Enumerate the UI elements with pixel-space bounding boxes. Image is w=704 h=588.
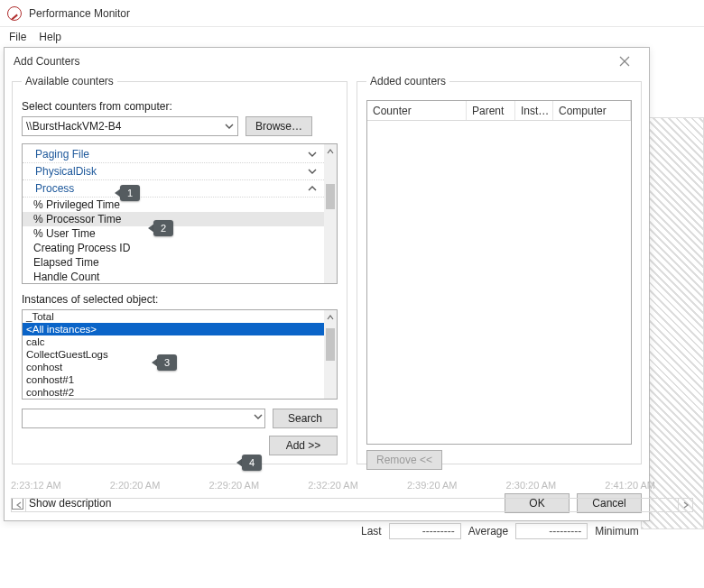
counter-item[interactable]: Handle Count <box>23 270 324 283</box>
add-counters-dialog: Add Counters Available counters Select c… <box>4 47 650 521</box>
category-process[interactable]: Process <box>23 180 324 198</box>
grid-header-counter[interactable]: Counter <box>367 101 467 120</box>
bg-time: 2:20:20 AM <box>110 480 209 491</box>
category-pagingfile[interactable]: Paging File <box>23 146 324 163</box>
counter-item[interactable]: % Privileged Time <box>23 198 324 212</box>
chevron-up-icon <box>308 184 317 193</box>
dialog-title: Add Counters <box>14 55 79 68</box>
title-bar: Performance Monitor <box>0 0 704 27</box>
grid-header-computer[interactable]: Computer <box>553 101 631 120</box>
stat-average-label: Average <box>468 525 508 537</box>
chevron-down-icon <box>308 167 317 176</box>
bg-horizontal-scrollbar[interactable] <box>11 498 693 512</box>
app-icon <box>7 6 22 21</box>
available-counters-panel: Available counters Select counters from … <box>12 75 347 513</box>
computer-combo-value: \\BurstHackVM2-B4 <box>26 120 121 133</box>
bg-time: 2:32:20 AM <box>308 480 407 491</box>
counter-item[interactable]: % User Time <box>23 226 324 241</box>
instance-item[interactable]: conhost#2 <box>23 386 324 399</box>
grid-header-parent[interactable]: Parent <box>467 101 515 120</box>
annotation-step-4: 4 <box>242 455 262 471</box>
available-counters-legend: Available counters <box>22 75 117 87</box>
bg-time: 2:30:20 AM <box>506 480 606 491</box>
counter-item[interactable]: % Processor Time <box>23 212 324 226</box>
chevron-down-icon <box>254 412 263 421</box>
instances-label: Instances of selected object: <box>22 293 338 306</box>
instances-list[interactable]: _Total <All instances> calc CollectGuest… <box>22 309 338 400</box>
close-icon <box>619 56 630 67</box>
scroll-up-icon[interactable] <box>324 310 337 325</box>
instance-item[interactable]: conhost#1 <box>23 373 324 386</box>
computer-combo[interactable]: \\BurstHackVM2-B4 <box>22 116 238 136</box>
annotation-step-1: 1 <box>120 185 140 201</box>
stat-average-value: --------- <box>515 523 588 539</box>
search-button[interactable]: Search <box>273 409 338 428</box>
category-physicaldisk[interactable]: PhysicalDisk <box>23 163 324 180</box>
annotation-step-2: 2 <box>153 220 173 236</box>
instance-item[interactable]: _Total <box>23 310 324 323</box>
instance-search-combo[interactable] <box>22 409 265 428</box>
select-computer-label: Select counters from computer: <box>22 100 338 113</box>
menu-bar: File Help <box>0 27 704 47</box>
scroll-right-icon[interactable] <box>678 499 692 511</box>
stat-last-label: Last <box>361 525 382 537</box>
scroll-up-icon[interactable] <box>324 144 337 159</box>
scrollbar[interactable] <box>324 144 337 283</box>
category-label: Process <box>35 182 74 195</box>
stat-minimum-label: Minimum <box>595 525 639 537</box>
category-label: Paging File <box>35 148 89 161</box>
bg-time: 2:39:20 AM <box>407 480 506 491</box>
annotation-step-3: 3 <box>157 354 177 371</box>
menu-file[interactable]: File <box>9 31 26 43</box>
chevron-down-icon <box>225 122 234 131</box>
app-title: Performance Monitor <box>29 7 130 20</box>
added-counters-panel: Added counters Counter Parent Inst… Comp… <box>357 75 642 513</box>
instance-item[interactable]: calc <box>23 335 324 348</box>
bg-time: 2:29:20 AM <box>208 480 308 491</box>
counter-item[interactable]: Elapsed Time <box>23 255 324 270</box>
scroll-thumb[interactable] <box>326 184 335 209</box>
dialog-title-bar: Add Counters <box>5 48 649 75</box>
scrollbar[interactable] <box>324 310 337 399</box>
instance-item-all[interactable]: <All instances> <box>23 323 324 335</box>
category-label: PhysicalDisk <box>35 165 97 178</box>
chart-area-fragment <box>641 117 704 529</box>
bg-time: 2:41:20 AM <box>605 480 704 491</box>
bg-chart-times: 2:23:12 AM 2:20:20 AM 2:29:20 AM 2:32:20… <box>11 480 704 491</box>
add-button[interactable]: Add >> <box>269 436 338 455</box>
main-background: Add Counters Available counters Select c… <box>0 47 704 588</box>
grid-body-empty <box>367 121 631 444</box>
bg-stats-row: Last --------- Average --------- Minimum <box>361 523 704 539</box>
remove-button[interactable]: Remove << <box>366 450 442 470</box>
stat-last-value: --------- <box>389 523 461 539</box>
browse-button[interactable]: Browse… <box>245 116 312 136</box>
menu-help[interactable]: Help <box>39 31 61 43</box>
added-counters-grid: Counter Parent Inst… Computer <box>366 100 632 445</box>
grid-header-instance[interactable]: Inst… <box>515 101 553 120</box>
counter-categories-list[interactable]: Paging File PhysicalDisk Process <box>22 143 338 284</box>
close-button[interactable] <box>609 51 640 72</box>
chevron-down-icon <box>308 150 317 159</box>
counter-item[interactable]: Creating Process ID <box>23 241 324 255</box>
grid-header: Counter Parent Inst… Computer <box>367 101 631 121</box>
added-counters-legend: Added counters <box>366 75 449 87</box>
scroll-left-icon[interactable] <box>12 499 26 511</box>
scroll-thumb[interactable] <box>326 328 335 361</box>
bg-time: 2:23:12 AM <box>11 480 110 491</box>
